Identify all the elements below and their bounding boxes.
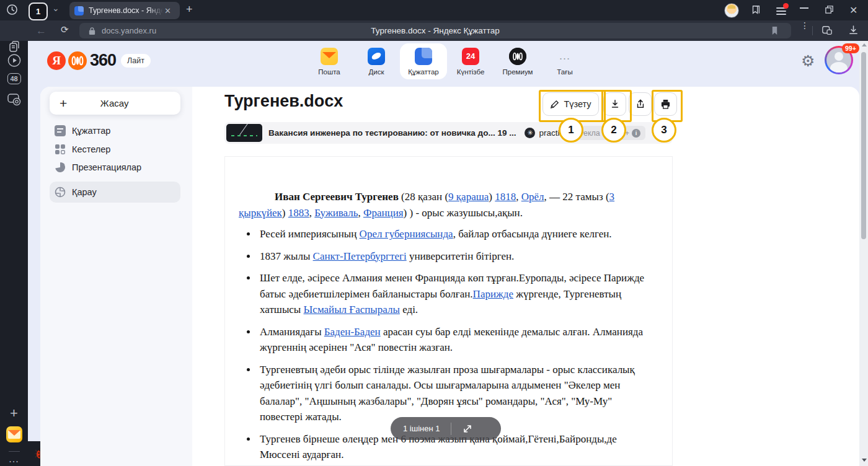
sidebar-item-documents[interactable]: Құжаттар [50, 121, 180, 140]
annotation-box-3 [652, 90, 683, 122]
info-icon[interactable]: i [632, 129, 640, 138]
doc-link[interactable]: Ысмайыл Ғаспыралы [304, 304, 400, 315]
docs-favicon-icon [74, 6, 84, 15]
divider [9, 451, 20, 452]
create-button[interactable]: + Жасау [50, 92, 180, 115]
doc-link[interactable]: Орел губерниясында [360, 228, 453, 240]
browser-tab-bar: 1 ⌄ Тургенев.docx - Яндек ✕ + ✕ [0, 0, 868, 20]
more-menu-icon[interactable]: ⋮ [800, 24, 803, 28]
doc-link[interactable]: Парижде [473, 288, 513, 300]
fullscreen-icon[interactable] [463, 424, 472, 434]
screenshot-icon[interactable] [7, 93, 22, 107]
annotation-circle-1: 1 [559, 118, 583, 143]
nav-label: Премиум [503, 68, 533, 76]
minimize-icon[interactable] [800, 7, 808, 9]
share-button[interactable] [629, 92, 652, 116]
sidebar-item-view[interactable]: Қарау [50, 182, 180, 203]
doc-text: Тургеневтың әдеби орыс тілінде жазылған … [260, 364, 635, 423]
browser-tab[interactable]: Тургенев.docx - Яндек ✕ [69, 2, 180, 19]
add-icon[interactable]: + [10, 405, 18, 421]
page-title: Тургенев.docx - Яндекс Құжаттар [371, 26, 499, 35]
sidebar-label: Презентациялар [72, 162, 141, 172]
scrollbar-thumb[interactable] [861, 52, 866, 239]
chevron-down-icon[interactable]: ⌄ [52, 3, 60, 13]
nav-item-disk[interactable]: Диск [353, 43, 400, 79]
downloads-icon[interactable] [848, 25, 859, 35]
mail-quick-icon[interactable] [6, 426, 22, 442]
divider [451, 423, 451, 435]
disk-icon [368, 48, 385, 65]
doc-link[interactable]: 1883 [288, 207, 309, 219]
tab-title: Тургенев.docx - Яндек [89, 6, 163, 15]
doc-list-item: Тургеневтың әдеби орыс тілінде жазылған … [257, 362, 651, 425]
doc-link[interactable]: 1818 [495, 191, 516, 203]
doc-link[interactable]: Баден-Баден [324, 326, 381, 338]
create-label: Жасау [67, 98, 162, 108]
doc-link[interactable]: Буживаль [314, 207, 358, 219]
view-globe-icon [55, 187, 66, 198]
plus-icon: + [60, 96, 67, 111]
new-tab-button[interactable]: + [186, 3, 193, 16]
back-icon[interactable]: ← [36, 25, 46, 37]
nav-item-premium[interactable]: Премиум [494, 43, 541, 79]
bookmark-flag-icon[interactable] [771, 26, 779, 35]
side-panel-icon[interactable] [822, 25, 833, 36]
doc-text: , — 22 тамыз ( [544, 191, 609, 203]
ad-title: Вакансия инженера по тестированию: от но… [268, 128, 516, 138]
ya360-logo[interactable]: Я 360 Лайт [47, 51, 151, 70]
nav-item-mail[interactable]: Пошта [306, 43, 353, 79]
close-window-icon[interactable]: ✕ [849, 4, 857, 16]
sidebar-item-presentations[interactable]: Презентациялар [50, 158, 180, 177]
browser-profile-avatar[interactable] [724, 3, 739, 18]
mail-icon [321, 48, 338, 65]
scrollbar-down-arrow[interactable] [862, 459, 867, 462]
doc-link[interactable]: Франция [363, 207, 404, 219]
nav-label: Құжаттар [408, 68, 438, 76]
notifications-count-badge: 99+ [842, 43, 859, 53]
doc-link[interactable]: 9 қараша [448, 191, 489, 203]
scrollbar-up-arrow[interactable] [862, 43, 867, 46]
doc-text: Ресей империясының [260, 228, 360, 240]
tab-group-chip[interactable]: 1 [29, 2, 48, 20]
url-field[interactable]: docs.yandex.ru Тургенев.docx - Яндекс Құ… [79, 23, 791, 38]
copies-icon[interactable] [8, 41, 20, 53]
divider [812, 26, 813, 35]
play-icon[interactable] [7, 53, 21, 68]
bookmarks-icon[interactable] [750, 4, 761, 15]
doc-text: ) ) - орыс жазушысы,ақын. [404, 207, 523, 219]
doc-text: Алманиядағы [260, 326, 324, 338]
doc-link[interactable]: Орёл [521, 191, 544, 203]
nav-item-documents[interactable]: Құжаттар [400, 43, 447, 79]
nav-label: Диск [369, 68, 384, 76]
document-title: Тургенев.docx [224, 92, 343, 111]
nav-item-more[interactable]: ... Тағы [541, 43, 588, 79]
doc-text: , байлар отбасында дүниеге келген. [453, 228, 612, 240]
doc-text: (28 қазан ( [399, 191, 448, 203]
nav-label: Тағы [557, 68, 572, 76]
annotation-circle-3: 3 [652, 118, 676, 143]
nav-item-calendar[interactable]: 24 Күнтізбе [447, 43, 494, 79]
doc-text: университетін бітірген. [407, 250, 515, 262]
settings-gear-icon[interactable]: ⚙ [801, 52, 815, 70]
sidebar-label: Құжаттар [72, 126, 110, 136]
doc-text: , [358, 207, 363, 219]
doc-text: Иван Сергеевич Тургенев [275, 191, 399, 203]
yandex-logo-icon: Я [47, 51, 66, 70]
tab-group-count: 1 [36, 7, 40, 16]
doc-list-item: Шет елде, әсіресе Алмания менен Францияд… [257, 270, 651, 318]
ad-thumbnail [226, 124, 262, 142]
restore-icon[interactable] [825, 5, 834, 14]
reload-icon[interactable]: ⟳ [61, 24, 69, 35]
share-icon [636, 99, 645, 109]
history-icon[interactable] [6, 4, 18, 15]
sidebar-item-tables[interactable]: Кестелер [50, 140, 180, 159]
rail-more-icon[interactable]: ... [9, 454, 19, 465]
tab-close-icon[interactable]: ✕ [164, 6, 171, 15]
speed-badge[interactable]: 48 [7, 73, 20, 84]
sidebar-label: Кестелер [72, 144, 110, 154]
page-indicator[interactable]: 1 ішінен 1 [391, 417, 501, 440]
doc-link[interactable]: Санкт-Петербургтегі [313, 250, 407, 262]
doc-text: 1837 жылы [260, 250, 313, 262]
doc-list-item: Алманиядағы Баден-Баден арасан суы бар е… [257, 324, 651, 356]
doc-text: еді. [400, 304, 418, 315]
